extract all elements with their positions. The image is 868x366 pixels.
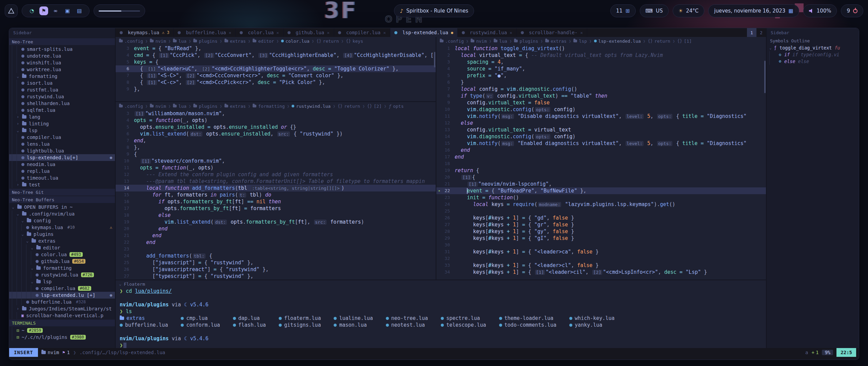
tree-row-smart-splits-lua[interactable]: smart-splits.lua bbox=[9, 46, 115, 53]
tree-row-winshift-lua[interactable]: winshift.lua bbox=[9, 59, 115, 66]
power-menu-pill[interactable]: 9 bbox=[841, 4, 863, 17]
listing-item-bufferline-lua[interactable]: bufferline.lua bbox=[120, 322, 168, 328]
tree-row-formatting[interactable]: ⌄formatting bbox=[9, 73, 115, 80]
tab-scrollbar-handle[interactable]: scrollbar-handle-× bbox=[517, 28, 587, 37]
tree-row-keymaps-lua[interactable]: keymaps.lua#10⚠ bbox=[9, 224, 115, 231]
tree-row-lsp[interactable]: ⌄lsp bbox=[9, 278, 115, 285]
tree-row-compiler-lua[interactable]: compiler.lua bbox=[9, 134, 115, 141]
tree-row-config[interactable]: ⌄config bbox=[9, 217, 115, 224]
listing-item-extras[interactable]: extras bbox=[120, 315, 168, 322]
listing-item-floaterm-lua[interactable]: floaterm.lua bbox=[279, 315, 321, 322]
tree-row-github-lua[interactable]: github.lua#654 bbox=[9, 258, 115, 265]
workspaces-pill[interactable]: 11⊞ bbox=[610, 4, 636, 17]
listing-item-neo-tree-lua[interactable]: neo-tree.lua bbox=[386, 315, 428, 322]
weather-pill[interactable]: ☀24°C bbox=[673, 4, 705, 17]
tree-row-lightbulb-lua[interactable]: lightbulb.lua bbox=[9, 147, 115, 154]
media-player-pill[interactable]: ♪ Spiritbox - Rule Of Nines bbox=[394, 4, 474, 17]
tree-row-juegos-indies-steamlibrary-st[interactable]: ›Juegos/Indies/SteamLibrary/st bbox=[9, 305, 115, 312]
tree-row-editor[interactable]: ⌄editor bbox=[9, 244, 115, 251]
tabpage-2[interactable]: 2 bbox=[756, 28, 766, 37]
tree-row-color-lua[interactable]: color.lua#493 bbox=[9, 251, 115, 258]
listing-item-dap-lua[interactable]: dap.lua bbox=[233, 315, 266, 322]
tab-lsp-extended-lua[interactable]: lsp-extended.lua● bbox=[390, 28, 457, 37]
close-icon[interactable]: × bbox=[327, 30, 330, 35]
outline-item-else[interactable]: ⊘elseelse bbox=[767, 58, 859, 65]
editor-pane-rustywind-lua[interactable]: .config❯nvim❯lua❯plugins❯extras❯formatti… bbox=[116, 101, 436, 280]
scrollbar-handle[interactable] bbox=[764, 61, 766, 93]
code-area[interactable]: 3event = { "BufRead" },4cmd = { [1]"CccP… bbox=[116, 45, 436, 101]
scrollbar-handle[interactable] bbox=[434, 52, 435, 67]
tree-row-rustywind-lua[interactable]: rustywind.lua bbox=[9, 93, 115, 100]
tree-section-neo-tree[interactable]: Neo-Tree bbox=[9, 38, 115, 45]
listing-item-flash-lua[interactable]: flash.lua bbox=[233, 322, 266, 328]
listing-item-gitsigns-lua[interactable]: gitsigns.lua bbox=[279, 322, 321, 328]
flag-icon[interactable]: ⚑ bbox=[39, 6, 48, 15]
tree-row-lens-lua[interactable]: lens.lua bbox=[9, 141, 115, 147]
tree-row-sqlfmt-lua[interactable]: sqlfmt.lua bbox=[9, 107, 115, 114]
tree-row-repl-lua[interactable]: repl.lua bbox=[9, 168, 115, 175]
launcher-button[interactable] bbox=[5, 4, 18, 17]
link-icon[interactable]: ∞ bbox=[51, 6, 60, 15]
tree-row-isort-lua[interactable]: isort.lua bbox=[9, 80, 115, 86]
tab-keymaps-lua[interactable]: keymaps.lua⚠ 3 bbox=[116, 28, 174, 37]
tree-section-terminals[interactable]: TERMINALS bbox=[9, 320, 115, 326]
tree-row-lsp-extended-lu[interactable]: lsp-extended.lu [+]● bbox=[9, 292, 115, 299]
tree-row-bufferline-lua[interactable]: bufferline.lua#328 bbox=[9, 299, 115, 305]
listing-item-theme-loader-lua[interactable]: theme-loader.lua bbox=[499, 315, 557, 322]
date-pill[interactable]: jueves, noviembre 16, 2023▦ bbox=[708, 4, 799, 17]
tab-compiler-lua[interactable]: compiler.lua× bbox=[334, 28, 390, 37]
code-area[interactable]: 3[1]"williamboman/mason.nvim",4opts = fu… bbox=[116, 110, 436, 280]
outline-item-toggle-diag-virtext[interactable]: ⌄ƒtoggle_diag_virtextfu bbox=[767, 44, 859, 51]
tree-row-neodim-lua[interactable]: neodim.lua bbox=[9, 161, 115, 168]
close-icon[interactable]: × bbox=[510, 30, 512, 35]
tree-row-open-buffers-in[interactable]: ⌄OPEN BUFFERS in ~ bbox=[9, 204, 115, 210]
volume-pill[interactable]: 100% bbox=[803, 4, 837, 17]
tree-section-neo-tree-buffers[interactable]: Neo-Tree Buffers bbox=[9, 196, 115, 203]
close-icon[interactable]: × bbox=[276, 30, 279, 35]
listing-item-todo-comments-lua[interactable]: todo-comments.lua bbox=[499, 322, 557, 328]
tree-row-lang[interactable]: ›lang bbox=[9, 114, 115, 120]
listing-item-yanky-lua[interactable]: yanky.lua bbox=[569, 322, 614, 328]
tab-rustywind-lua[interactable]: rustywind.lua× bbox=[458, 28, 517, 37]
tree-row-extras[interactable]: ⌄extras bbox=[9, 238, 115, 244]
tab-github-lua[interactable]: github.lua× bbox=[283, 28, 334, 37]
tree-section-neo-tree-git[interactable]: Neo-Tree Git bbox=[9, 189, 115, 196]
tree-row-undotree-lua[interactable]: undotree.lua bbox=[9, 53, 115, 59]
tab-color-lua[interactable]: color.lua× bbox=[236, 28, 283, 37]
editor-pane-lsp-extended-lua[interactable]: .config❯nvim❯lua❯plugins❯extras❯lsp❯lsp-… bbox=[436, 37, 766, 280]
tree-row-c-n-l-plugins[interactable]: ⊡~/.c/n/l/plugins#3980 bbox=[9, 334, 115, 341]
tree-row-lsp-extended-lu[interactable]: lsp-extended.lu[+]● bbox=[9, 154, 115, 161]
listing-item-which-key-lua[interactable]: which-key.lua bbox=[569, 315, 614, 322]
listing-item-telescope-lua[interactable]: telescope.lua bbox=[441, 322, 486, 328]
close-icon[interactable]: × bbox=[580, 30, 583, 35]
close-icon[interactable]: × bbox=[383, 30, 386, 35]
tree-row-rustywind-lua[interactable]: rustywind.lua#726 bbox=[9, 271, 115, 278]
tree-row-scrollbar-handle-vertical-p[interactable]: ▣scrollbar-handle-vertical.p bbox=[9, 312, 115, 319]
tree-row-shellharden-lua[interactable]: shellharden.lua bbox=[9, 100, 115, 107]
listing-item-cmp-lua[interactable]: cmp.lua bbox=[181, 315, 220, 322]
tree-row-config-nvim-lua[interactable]: ⌄.config/nvim/lua bbox=[9, 210, 115, 217]
tree-row-[interactable]: ⊡~#2859 bbox=[9, 327, 115, 334]
floaterm-pane[interactable]: ⌄ Floaterm ❯ cd lua/plugins/nvim/lua/plu… bbox=[116, 280, 766, 348]
outline-item-if[interactable]: ◇ifif type(config.vi bbox=[767, 51, 859, 58]
tree-row-compiler-lua[interactable]: compiler.lua#682 bbox=[9, 285, 115, 292]
tree-row-plugins[interactable]: ⌄plugins bbox=[9, 231, 115, 238]
listing-item-spectre-lua[interactable]: spectre.lua bbox=[441, 315, 486, 322]
tree-row-linting[interactable]: ›linting bbox=[9, 120, 115, 127]
history-icon[interactable]: ◔ bbox=[27, 6, 36, 15]
editor-pane-color-lua[interactable]: .config❯nvim❯lua❯plugins❯extras❯editor❯c… bbox=[116, 37, 436, 101]
notes-icon[interactable]: ▤ bbox=[75, 6, 84, 15]
listing-item-lualine-lua[interactable]: lualine.lua bbox=[334, 315, 373, 322]
slider-widget[interactable] bbox=[94, 4, 145, 17]
listing-item-conform-lua[interactable]: conform.lua bbox=[181, 322, 220, 328]
tab-bufferline-lua[interactable]: bufferline.lua× bbox=[174, 28, 236, 37]
tree-row-timeout-lua[interactable]: timeout.lua bbox=[9, 175, 115, 181]
keyboard-layout-pill[interactable]: ⌨US bbox=[640, 4, 669, 17]
tree-row-rustfmt-lua[interactable]: rustfmt.lua bbox=[9, 86, 115, 93]
tree-row-lsp[interactable]: ⌄lsp bbox=[9, 127, 115, 134]
listing-item-mason-lua[interactable]: mason.lua bbox=[334, 322, 373, 328]
copy-icon[interactable]: ▣ bbox=[63, 6, 72, 15]
close-icon[interactable]: × bbox=[229, 30, 231, 35]
tabpage-1[interactable]: 1 bbox=[747, 28, 756, 37]
code-area[interactable]: 1local function toggle_diag_virtext()2 l… bbox=[436, 45, 766, 280]
